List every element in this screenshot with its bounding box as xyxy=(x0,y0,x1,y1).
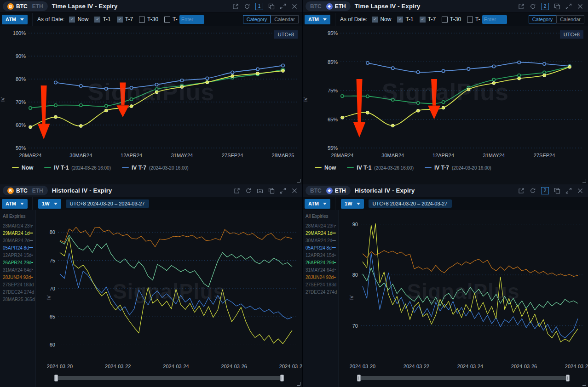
checkbox-icon[interactable]: ✓ xyxy=(94,17,100,23)
expiry-item[interactable]: 29MAR24 1d xyxy=(3,229,35,237)
structure-dropdown[interactable]: ATM xyxy=(2,15,28,24)
as-of-checkbox-t-7[interactable]: ✓T-7 xyxy=(117,16,133,23)
expiry-item[interactable]: 30MAR24 2d xyxy=(306,237,338,244)
group-count-badge[interactable]: 2 xyxy=(541,187,549,194)
expiry-item[interactable]: 31MAY24 64d xyxy=(3,266,35,273)
period-dropdown[interactable]: 1W xyxy=(341,199,364,209)
duplicate-icon[interactable] xyxy=(554,3,560,10)
expiry-item[interactable]: 27SEP24 183d xyxy=(3,281,35,288)
as-of-checkbox-t-1[interactable]: ✓T-1 xyxy=(397,16,413,23)
slider-handle-left[interactable] xyxy=(54,375,58,381)
historical-chart-canvas[interactable]: 7080902024-03-202024-03-222024-03-242024… xyxy=(339,210,588,375)
checkbox-icon[interactable]: ✓ xyxy=(372,17,378,23)
as-of-checkbox-now[interactable]: ✓Now xyxy=(372,16,391,23)
expiry-item[interactable]: 12APR24 15d xyxy=(306,251,338,259)
expiry-item[interactable]: 27SEP24 183d xyxy=(306,281,338,288)
slider-track[interactable] xyxy=(357,376,570,380)
as-of-checkbox-t-[interactable]: T- xyxy=(467,16,480,23)
expiry-item[interactable]: 05APR24 8d xyxy=(306,244,338,251)
refresh-icon[interactable] xyxy=(245,188,252,194)
checkbox-icon[interactable]: ✓ xyxy=(420,17,426,23)
expiry-item[interactable]: 31MAY24 64d xyxy=(306,266,338,273)
refresh-icon[interactable] xyxy=(530,188,536,194)
checkbox-icon[interactable] xyxy=(442,17,448,23)
structure-dropdown[interactable]: ATM xyxy=(305,15,330,24)
coin-tab-btc[interactable]: BTC xyxy=(310,188,322,194)
timelapse-chart-canvas[interactable]: 50%60%70%80%90%100%28MAR2430MAR2412APR24… xyxy=(0,26,302,160)
slider-handle-left[interactable] xyxy=(357,375,361,381)
t-custom-input[interactable] xyxy=(179,15,204,24)
expand-icon[interactable] xyxy=(565,3,572,10)
checkbox-icon[interactable] xyxy=(164,17,170,23)
checkbox-icon[interactable]: ✓ xyxy=(117,17,123,23)
expiry-item[interactable]: 29MAR24 1d xyxy=(306,229,338,237)
duplicate-icon[interactable] xyxy=(268,188,275,194)
coin-tab-eth[interactable]: ◆ETH xyxy=(326,188,346,194)
structure-dropdown[interactable]: ATM xyxy=(305,199,330,209)
checkbox-icon[interactable]: ✓ xyxy=(397,17,403,23)
as-of-checkbox-t-30[interactable]: T-30 xyxy=(442,16,461,23)
legend-item-now[interactable]: Now xyxy=(315,165,336,171)
coin-tab-btc[interactable]: BTC xyxy=(310,3,322,10)
expiry-item[interactable]: 28MAR24 23h xyxy=(306,222,338,229)
external-icon[interactable] xyxy=(234,188,240,194)
legend-item-t1[interactable]: IV T-1(2024-03-26 16:00) xyxy=(44,165,111,171)
expiry-item[interactable]: 05APR24 8d xyxy=(3,244,35,251)
close-icon[interactable] xyxy=(577,188,583,194)
coin-tab-btc[interactable]: BBTC xyxy=(7,188,28,194)
legend-item-t7[interactable]: IV T-7(2024-03-20 16:00) xyxy=(122,165,189,171)
as-of-checkbox-now[interactable]: ✓Now xyxy=(69,16,88,23)
timelapse-chart-canvas[interactable]: 55%65%75%85%95%28MAR2430MAR2412APR2431MA… xyxy=(303,26,588,160)
checkbox-icon[interactable] xyxy=(467,17,473,23)
expand-icon[interactable] xyxy=(280,188,286,194)
date-range-chip[interactable]: UTC+8 2024-03-20 – 2024-03-27 xyxy=(369,199,452,208)
external-icon[interactable] xyxy=(232,3,239,10)
close-icon[interactable] xyxy=(291,188,298,194)
resize-handle[interactable] xyxy=(582,382,586,386)
resize-handle[interactable] xyxy=(297,179,300,182)
expiry-item[interactable]: 26APR24 29d xyxy=(306,259,338,266)
coin-tab-eth[interactable]: ◆ETH xyxy=(326,3,346,10)
external-icon[interactable] xyxy=(518,3,525,10)
expiry-item[interactable]: 28JUN24 92d xyxy=(3,273,35,281)
close-icon[interactable] xyxy=(291,3,298,10)
slider-handle-right[interactable] xyxy=(566,375,570,381)
structure-dropdown[interactable]: ATM xyxy=(2,199,28,209)
slider-handle-right[interactable] xyxy=(280,375,284,381)
checkbox-icon[interactable] xyxy=(139,17,145,23)
view-button-category[interactable]: Category xyxy=(529,15,557,23)
view-button-calendar[interactable]: Calendar xyxy=(271,15,299,23)
refresh-icon[interactable] xyxy=(244,3,250,10)
legend-item-t7[interactable]: IV T-7(2024-03-20 16:00) xyxy=(425,165,491,171)
historical-chart-canvas[interactable]: 60657075802024-03-202024-03-222024-03-24… xyxy=(36,210,302,375)
checkbox-icon[interactable]: ✓ xyxy=(69,17,75,23)
as-of-checkbox-t-[interactable]: T- xyxy=(164,16,178,23)
expiry-item[interactable]: 28MAR25 365d xyxy=(3,296,35,303)
as-of-checkbox-t-7[interactable]: ✓T-7 xyxy=(420,16,436,23)
expiry-item[interactable]: 27DEC24 274d xyxy=(3,288,35,296)
date-range-chip[interactable]: UTC+8 2024-03-20 – 2024-03-27 xyxy=(66,199,149,208)
expand-icon[interactable] xyxy=(565,188,572,194)
coin-tab-eth[interactable]: ETH xyxy=(32,188,43,194)
resize-handle[interactable] xyxy=(297,382,300,386)
expiry-item[interactable]: 28JUN24 92d xyxy=(306,273,338,281)
group-count-badge[interactable]: 2 xyxy=(541,3,549,10)
t-custom-input[interactable] xyxy=(482,15,507,24)
as-of-checkbox-t-1[interactable]: ✓T-1 xyxy=(94,16,110,23)
expiry-item[interactable]: 30MAR24 2d xyxy=(3,237,35,244)
coin-tab-btc[interactable]: BBTC xyxy=(7,3,28,10)
view-button-category[interactable]: Category xyxy=(243,15,271,23)
slider-track[interactable] xyxy=(54,376,284,380)
close-icon[interactable] xyxy=(577,3,583,10)
legend-item-now[interactable]: Now xyxy=(12,165,33,171)
expiry-item[interactable]: 28MAR24 23h xyxy=(3,222,35,229)
expiry-item[interactable]: 12APR24 15d xyxy=(3,251,35,259)
period-dropdown[interactable]: 1W xyxy=(38,199,61,209)
expiry-item[interactable]: 27DEC24 274d xyxy=(306,288,338,296)
refresh-icon[interactable] xyxy=(530,3,536,10)
legend-item-t1[interactable]: IV T-1(2024-03-26 16:00) xyxy=(347,165,414,171)
resize-handle[interactable] xyxy=(582,179,586,182)
view-button-calendar[interactable]: Calendar xyxy=(556,15,584,23)
duplicate-icon[interactable] xyxy=(268,3,275,10)
folder-icon[interactable] xyxy=(257,188,263,194)
